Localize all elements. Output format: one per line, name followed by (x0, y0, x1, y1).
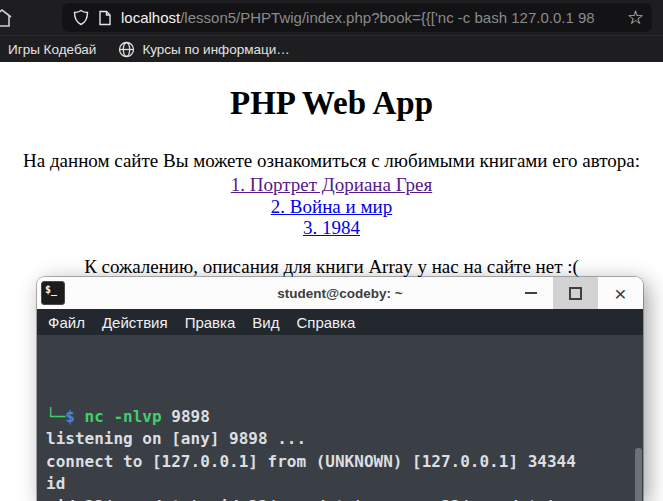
page-icon[interactable] (98, 10, 112, 26)
home-icon[interactable] (0, 8, 13, 28)
terminal-text-segment (75, 407, 85, 426)
terminal-text-segment: nc -nlvp (85, 407, 162, 426)
browser-toolbar: localhost/lesson5/PHPTwig/index.php?book… (0, 0, 663, 35)
menu-view[interactable]: Вид (252, 314, 279, 331)
maximize-icon (569, 287, 582, 300)
close-button[interactable]: × (598, 277, 643, 309)
terminal-text-segment: $ (65, 407, 75, 426)
terminal-text-segment: listening on [any] 9898 ... (46, 429, 306, 448)
menu-edit[interactable]: Правка (185, 314, 236, 331)
bookmark-star-icon[interactable]: ☆ (627, 3, 644, 32)
book-links: 1. Портрет Дориана Грея 2. Война и мир 3… (0, 174, 663, 239)
browser-chrome: localhost/lesson5/PHPTwig/index.php?book… (0, 0, 663, 62)
minimize-button[interactable] (508, 277, 553, 309)
url-host: localhost (121, 9, 180, 26)
url-path: /lesson5/PHPTwig/index.php?book={{['nc -… (180, 9, 594, 26)
minimize-icon (525, 292, 537, 294)
shield-icon[interactable] (73, 9, 89, 26)
url-text: localhost/lesson5/PHPTwig/index.php?book… (121, 9, 627, 26)
bookmark-label: Курсы по информаци… (142, 42, 289, 57)
menu-help[interactable]: Справка (296, 314, 355, 331)
terminal-menubar: Файл Действия Правка Вид Справка (37, 309, 643, 335)
terminal-text-segment: uid=33(www-data) gid=33(www-data) groups… (46, 497, 557, 501)
terminal-app-icon: $_ (41, 281, 65, 305)
terminal-line: connect to [127.0.0.1] from (UNKNOWN) [1… (46, 451, 643, 474)
page-title: PHP Web App (0, 85, 663, 122)
bookmarks-bar: Игры Кодебай Курсы по информаци… (0, 35, 663, 62)
terminal-text-segment: 9898 (162, 407, 210, 426)
bookmark-label: Игры Кодебай (8, 42, 96, 57)
terminal-text-segment: id (46, 474, 65, 493)
window-controls: × (508, 277, 643, 309)
globe-icon (118, 41, 135, 58)
close-icon: × (614, 283, 626, 304)
bookmark-item-games[interactable]: Игры Кодебай (8, 42, 96, 57)
scrollbar-thumb[interactable] (635, 448, 642, 501)
terminal-line: └─$ nc -nlvp 9898 (46, 406, 643, 429)
intro-text: На данном сайте Вы можете ознакомиться с… (0, 150, 663, 172)
menu-file[interactable]: Файл (48, 314, 85, 331)
terminal-line: listening on [any] 9898 ... (46, 428, 643, 451)
bookmark-item-courses[interactable]: Курсы по информаци… (118, 41, 289, 58)
address-bar[interactable]: localhost/lesson5/PHPTwig/index.php?book… (62, 3, 652, 32)
terminal-text-segment: connect to [127.0.0.1] from (UNKNOWN) [1… (46, 452, 576, 471)
terminal-line: uid=33(www-data) gid=33(www-data) groups… (46, 496, 643, 501)
terminal-output[interactable]: └─$ nc -nlvp 9898listening on [any] 9898… (37, 335, 643, 501)
book-link-3[interactable]: 3. 1984 (0, 217, 663, 239)
book-link-2[interactable]: 2. Война и мир (0, 196, 663, 218)
terminal-text-segment: └─ (46, 407, 65, 426)
terminal-line: id (46, 473, 643, 496)
sorry-text: К сожалению, описания для книги Array у … (0, 256, 663, 278)
book-link-1[interactable]: 1. Портрет Дориана Грея (0, 174, 663, 196)
terminal-window: $_ student@codeby: ~ × Файл Действия Пра… (37, 277, 643, 501)
maximize-button[interactable] (553, 277, 598, 309)
url-fade (590, 3, 624, 32)
menu-actions[interactable]: Действия (102, 314, 168, 331)
terminal-titlebar[interactable]: $_ student@codeby: ~ × (37, 277, 643, 309)
